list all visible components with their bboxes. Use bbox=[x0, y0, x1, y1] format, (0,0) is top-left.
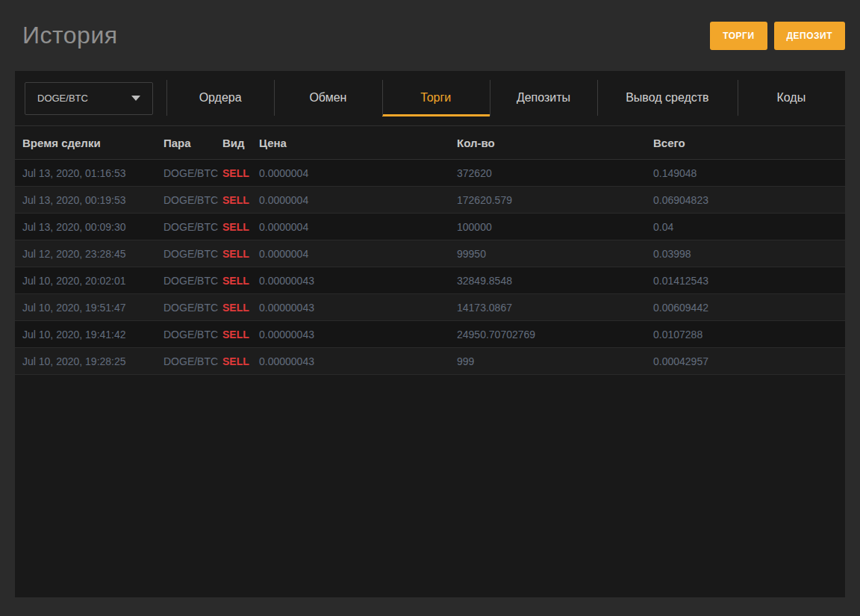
trade-side: SELL bbox=[222, 302, 259, 314]
tab-label: Ордера bbox=[199, 91, 242, 105]
table-header: Время сделки Пара Вид Цена Кол-во Всего bbox=[15, 125, 845, 160]
table-row[interactable]: Jul 10, 2020, 20:02:01 DOGE/BTC SELL 0.0… bbox=[15, 267, 845, 294]
trade-time: Jul 10, 2020, 20:02:01 bbox=[22, 275, 163, 287]
trade-amount: 999 bbox=[457, 355, 653, 367]
chevron-down-icon bbox=[131, 96, 140, 101]
table-row[interactable]: Jul 13, 2020, 01:16:53 DOGE/BTC SELL 0.0… bbox=[15, 160, 845, 187]
trade-side: SELL bbox=[222, 167, 259, 179]
tab-label: Коды bbox=[776, 91, 806, 105]
table-row[interactable]: Jul 13, 2020, 00:19:53 DOGE/BTC SELL 0.0… bbox=[15, 187, 845, 214]
trade-time: Jul 10, 2020, 19:41:42 bbox=[22, 329, 163, 340]
trade-time: Jul 10, 2020, 19:51:47 bbox=[22, 302, 163, 314]
trade-side: SELL bbox=[222, 248, 259, 260]
trade-price: 0.0000004 bbox=[259, 221, 457, 233]
pair-select[interactable]: DOGE/BTC bbox=[25, 82, 153, 115]
history-panel: DOGE/BTC ОрдераОбменТоргиДепозитыВывод с… bbox=[15, 71, 845, 597]
trade-total: 0.00609442 bbox=[653, 302, 838, 314]
tab-orders[interactable]: Ордера bbox=[166, 81, 274, 116]
trade-pair: DOGE/BTC bbox=[163, 248, 222, 260]
table-row[interactable]: Jul 12, 2020, 23:28:45 DOGE/BTC SELL 0.0… bbox=[15, 240, 845, 267]
column-header-pair: Пара bbox=[163, 137, 222, 149]
trade-amount: 372620 bbox=[457, 167, 653, 179]
trade-price: 0.00000043 bbox=[259, 329, 457, 340]
trade-side: SELL bbox=[222, 221, 259, 233]
trade-total: 0.0107288 bbox=[653, 329, 838, 340]
trade-price: 0.00000043 bbox=[259, 275, 457, 287]
tab-list: ОрдераОбменТоргиДепозитыВывод средствКод… bbox=[166, 71, 845, 125]
trade-total: 0.00042957 bbox=[653, 355, 838, 367]
column-header-side: Вид bbox=[222, 137, 259, 149]
column-header-total: Всего bbox=[653, 137, 838, 149]
trade-price: 0.0000004 bbox=[259, 248, 457, 260]
table-row[interactable]: Jul 10, 2020, 19:41:42 DOGE/BTC SELL 0.0… bbox=[15, 321, 845, 348]
tab-exchange[interactable]: Обмен bbox=[274, 81, 381, 116]
trade-price: 0.00000043 bbox=[259, 355, 457, 367]
deposit-button[interactable]: ДЕПОЗИТ bbox=[774, 22, 845, 50]
tab-codes[interactable]: Коды bbox=[738, 81, 845, 116]
trade-amount: 100000 bbox=[457, 221, 653, 233]
trade-side: SELL bbox=[222, 329, 259, 340]
trade-price: 0.00000043 bbox=[259, 302, 457, 314]
trade-pair: DOGE/BTC bbox=[163, 329, 222, 340]
trade-amount: 172620.579 bbox=[457, 194, 653, 206]
table-row[interactable]: Jul 10, 2020, 19:28:25 DOGE/BTC SELL 0.0… bbox=[15, 348, 845, 375]
tab-withdrawals[interactable]: Вывод средств bbox=[597, 81, 738, 116]
trade-total: 0.06904823 bbox=[653, 194, 838, 206]
table-body: Jul 13, 2020, 01:16:53 DOGE/BTC SELL 0.0… bbox=[15, 160, 845, 375]
table-row[interactable]: Jul 10, 2020, 19:51:47 DOGE/BTC SELL 0.0… bbox=[15, 294, 845, 321]
trade-pair: DOGE/BTC bbox=[163, 355, 222, 367]
trade-total: 0.03998 bbox=[653, 248, 838, 260]
column-header-amount: Кол-во bbox=[457, 137, 653, 149]
trade-pair: DOGE/BTC bbox=[163, 167, 222, 179]
trade-pair: DOGE/BTC bbox=[163, 275, 222, 287]
trade-time: Jul 10, 2020, 19:28:25 bbox=[22, 355, 163, 367]
tab-label: Вывод средств bbox=[626, 91, 708, 105]
trade-price: 0.0000004 bbox=[259, 167, 457, 179]
column-header-time: Время сделки bbox=[22, 137, 163, 149]
tab-bar: DOGE/BTC ОрдераОбменТоргиДепозитыВывод с… bbox=[15, 71, 845, 125]
trade-pair: DOGE/BTC bbox=[163, 194, 222, 206]
header-actions: ТОРГИ ДЕПОЗИТ bbox=[710, 22, 845, 50]
trade-amount: 24950.70702769 bbox=[457, 329, 653, 340]
trade-time: Jul 13, 2020, 00:19:53 bbox=[22, 194, 163, 206]
page-header: История ТОРГИ ДЕПОЗИТ bbox=[0, 0, 860, 71]
tab-label: Обмен bbox=[309, 91, 346, 105]
page-title: История bbox=[22, 22, 118, 49]
tab-label: Торги bbox=[420, 91, 451, 105]
tab-trades[interactable]: Торги bbox=[382, 81, 490, 116]
trade-amount: 99950 bbox=[457, 248, 653, 260]
trade-total: 0.04 bbox=[653, 221, 838, 233]
trade-time: Jul 13, 2020, 01:16:53 bbox=[22, 167, 163, 179]
tab-deposits[interactable]: Депозиты bbox=[490, 81, 597, 116]
tab-label: Депозиты bbox=[517, 91, 570, 105]
trade-side: SELL bbox=[222, 275, 259, 287]
trade-amount: 14173.0867 bbox=[457, 302, 653, 314]
trade-side: SELL bbox=[222, 355, 259, 367]
table-row[interactable]: Jul 13, 2020, 00:09:30 DOGE/BTC SELL 0.0… bbox=[15, 214, 845, 240]
trade-time: Jul 13, 2020, 00:09:30 bbox=[22, 221, 163, 233]
trade-total: 0.149048 bbox=[653, 167, 838, 179]
column-header-price: Цена bbox=[259, 137, 457, 149]
trade-amount: 32849.8548 bbox=[457, 275, 653, 287]
trade-time: Jul 12, 2020, 23:28:45 bbox=[22, 248, 163, 260]
trades-button[interactable]: ТОРГИ bbox=[710, 22, 767, 50]
trade-pair: DOGE/BTC bbox=[163, 221, 222, 233]
trade-total: 0.01412543 bbox=[653, 275, 838, 287]
pair-select-value: DOGE/BTC bbox=[37, 93, 88, 104]
trade-side: SELL bbox=[222, 194, 259, 206]
trade-pair: DOGE/BTC bbox=[163, 302, 222, 314]
trade-price: 0.0000004 bbox=[259, 194, 457, 206]
